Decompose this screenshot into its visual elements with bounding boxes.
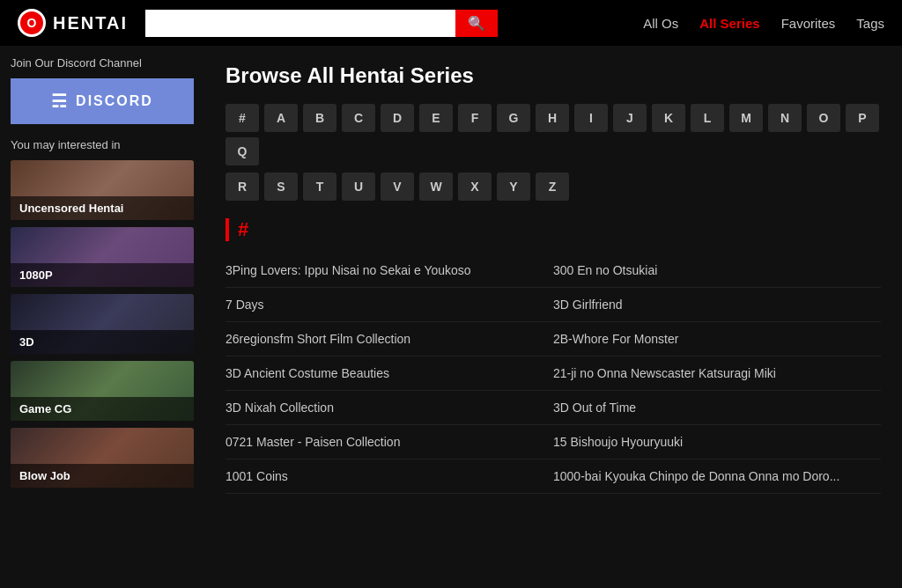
interest-label: Uncensored Hentai (11, 196, 194, 220)
interest-game-cg[interactable]: Game CG (11, 361, 194, 421)
interest-label: Blow Job (11, 464, 194, 488)
search-input[interactable] (145, 10, 455, 37)
alpha-btn-#[interactable]: # (226, 104, 259, 132)
alpha-btn-m[interactable]: M (729, 104, 763, 132)
search-button[interactable]: 🔍 (455, 10, 498, 37)
logo-text: HENTAI (53, 13, 128, 33)
alphabet-row-2: RSTUVWXYZ (226, 173, 881, 201)
interest-blow-job[interactable]: Blow Job (11, 428, 194, 488)
series-item[interactable]: 300 En no Otsukiai (553, 254, 881, 288)
interest-label: 1080P (11, 263, 194, 287)
alpha-btn-i[interactable]: I (574, 104, 608, 132)
interest-1080p[interactable]: 1080P (11, 227, 194, 287)
alpha-btn-v[interactable]: V (381, 173, 414, 201)
series-item[interactable]: 0721 Master - Paisen Collection (226, 425, 553, 459)
series-item[interactable]: 1000-bai Kyouka Chinpo de Donna Onna mo … (553, 459, 881, 494)
series-item[interactable]: 2B-Whore For Monster (553, 322, 881, 356)
nav-tags[interactable]: Tags (856, 16, 884, 31)
interest-uncensored[interactable]: Uncensored Hentai (11, 160, 194, 220)
alpha-btn-d[interactable]: D (381, 104, 414, 132)
alpha-btn-t[interactable]: T (303, 173, 336, 201)
alpha-btn-q[interactable]: Q (226, 137, 259, 165)
sidebar: Join Our Discord Channel ☴ DISCORD You m… (0, 46, 204, 588)
section-symbol: # (238, 218, 248, 241)
alpha-btn-a[interactable]: A (264, 104, 298, 132)
nav-all-os[interactable]: All Os (643, 16, 678, 31)
series-item[interactable]: 15 Bishoujo Hyouryuuki (553, 425, 881, 459)
alpha-btn-o[interactable]: O (807, 104, 840, 132)
series-item[interactable]: 3D Out of Time (553, 391, 881, 425)
nav-favorites[interactable]: Favorites (781, 16, 836, 31)
section-header: # (226, 218, 881, 241)
alpha-btn-e[interactable]: E (419, 104, 453, 132)
alpha-btn-g[interactable]: G (497, 104, 530, 132)
alpha-btn-r[interactable]: R (226, 173, 259, 201)
nav-all-series[interactable]: All Series (699, 16, 759, 31)
series-item[interactable]: 3D Ancient Costume Beauties (226, 356, 553, 391)
alpha-btn-y[interactable]: Y (497, 173, 530, 201)
series-item[interactable]: 3D Nixah Collection (226, 391, 553, 425)
alpha-btn-u[interactable]: U (342, 173, 375, 201)
alpha-btn-x[interactable]: X (458, 173, 492, 201)
main-content: Browse All Hentai Series #ABCDEFGHIJKLMN… (204, 46, 902, 588)
alpha-btn-h[interactable]: H (536, 104, 569, 132)
page-title: Browse All Hentai Series (226, 63, 881, 88)
interest-label: Game CG (11, 397, 194, 421)
header: O HENTAI 🔍 All Os All Series Favorites T… (0, 0, 902, 46)
interest-label: 3D (11, 330, 194, 354)
series-item[interactable]: 3Ping Lovers: Ippu Nisai no Sekai e Youk… (226, 254, 553, 288)
layout: Join Our Discord Channel ☴ DISCORD You m… (0, 46, 902, 588)
alpha-btn-p[interactable]: P (846, 104, 879, 132)
series-item[interactable]: 1001 Coins (226, 459, 553, 494)
discord-button[interactable]: ☴ DISCORD (11, 78, 194, 124)
alpha-btn-s[interactable]: S (264, 173, 298, 201)
search-bar: 🔍 (145, 10, 498, 37)
alpha-btn-n[interactable]: N (768, 104, 802, 132)
alpha-btn-f[interactable]: F (458, 104, 492, 132)
logo[interactable]: O HENTAI (18, 9, 128, 37)
logo-icon: O (18, 9, 46, 37)
series-item[interactable]: 26regionsfm Short Film Collection (226, 322, 553, 356)
alpha-btn-j[interactable]: J (613, 104, 647, 132)
alpha-btn-c[interactable]: C (342, 104, 375, 132)
nav: All Os All Series Favorites Tags (643, 16, 884, 31)
series-item[interactable]: 3D Girlfriend (553, 288, 881, 322)
interest-title: You may interested in (11, 138, 194, 151)
alpha-btn-b[interactable]: B (303, 104, 336, 132)
interest-3d[interactable]: 3D (11, 294, 194, 354)
series-item[interactable]: 7 Days (226, 288, 553, 322)
series-grid: 3Ping Lovers: Ippu Nisai no Sekai e Youk… (226, 254, 881, 494)
discord-title: Join Our Discord Channel (11, 56, 194, 70)
discord-label: DISCORD (76, 93, 153, 109)
alpha-btn-w[interactable]: W (419, 173, 453, 201)
alpha-btn-z[interactable]: Z (536, 173, 569, 201)
alpha-btn-l[interactable]: L (691, 104, 724, 132)
alphabet-row-1: #ABCDEFGHIJKLMNOPQ (226, 104, 881, 165)
series-item[interactable]: 21-ji no Onna Newscaster Katsuragi Miki (553, 356, 881, 391)
alpha-btn-k[interactable]: K (652, 104, 685, 132)
discord-icon: ☴ (51, 91, 69, 112)
